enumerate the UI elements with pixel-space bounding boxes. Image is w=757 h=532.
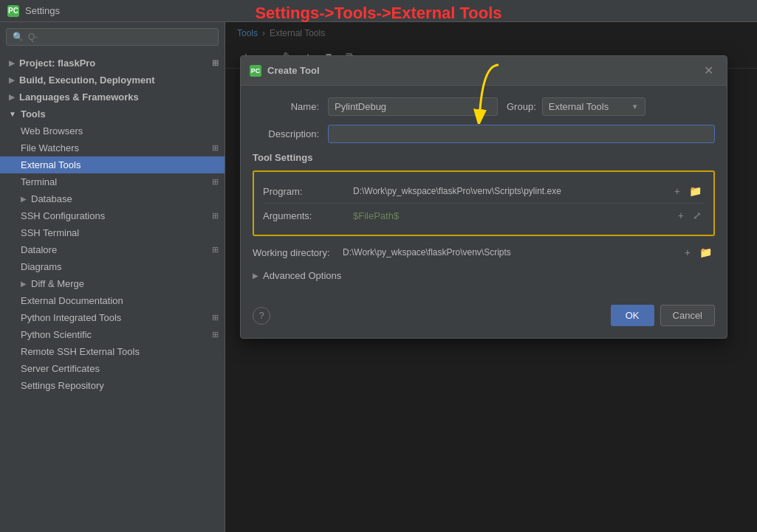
working-dir-value: D:\Work\py_wkspace\flaskPro\venv\Scripts (343, 247, 673, 258)
sidebar-tree: ▶ Project: flaskPro ⊞ ▶ Build, Execution… (0, 52, 225, 532)
arguments-add-button[interactable]: + (675, 208, 687, 223)
sidebar-item-file-watchers[interactable]: File Watchers ⊞ (0, 139, 225, 156)
program-label: Program: (263, 186, 344, 197)
chevron-down-icon: ▼ (9, 110, 16, 118)
content-area: Tools › External Tools + − ✎ ▲ ▼ ⧉ (225, 22, 757, 532)
arguments-row: Arguments: $FilePath$ + ⤢ (263, 204, 705, 227)
dialog-footer: ? OK Cancel (241, 296, 727, 338)
program-folder-button[interactable]: 📁 (686, 184, 705, 198)
dialog-close-button[interactable]: ✕ (699, 62, 718, 79)
sidebar-item-project-flaskpro[interactable]: ▶ Project: flaskPro ⊞ (0, 55, 225, 72)
sidebar-item-database[interactable]: ▶ Database (0, 190, 225, 207)
arguments-value: $FilePath$ (353, 210, 666, 221)
badge-icon: ⊞ (212, 177, 219, 187)
badge-icon: ⊞ (212, 245, 219, 255)
badge-icon: ⊞ (212, 313, 219, 322)
main-layout: 🔍 ▶ Project: flaskPro ⊞ ▶ Build, Executi… (0, 22, 757, 532)
name-group-row: Name: Group: External Tools ▼ (253, 97, 715, 116)
dialog-title-bar: PC Create Tool ✕ (241, 56, 727, 86)
search-box[interactable]: 🔍 (6, 28, 219, 46)
tool-settings-heading: Tool Settings (253, 152, 715, 163)
program-add-button[interactable]: + (671, 184, 683, 198)
sidebar: 🔍 ▶ Project: flaskPro ⊞ ▶ Build, Executi… (0, 22, 225, 532)
tool-settings-box: Program: D:\Work\py_wkspace\flaskPro\ven… (253, 170, 715, 236)
sidebar-item-external-tools[interactable]: External Tools (0, 156, 225, 173)
sidebar-item-build-execution[interactable]: ▶ Build, Execution, Deployment (0, 72, 225, 89)
cancel-button[interactable]: Cancel (660, 305, 715, 326)
sidebar-item-server-certificates[interactable]: Server Certificates (0, 360, 225, 377)
dialog-backdrop: PC Create Tool ✕ Name: Group: Ext (225, 22, 757, 532)
search-icon: 🔍 (13, 32, 24, 42)
sidebar-item-python-scientific[interactable]: Python Scientific ⊞ (0, 326, 225, 343)
description-input[interactable] (328, 125, 715, 143)
sidebar-item-datalore[interactable]: Datalore ⊞ (0, 241, 225, 258)
description-row: Description: (253, 125, 715, 143)
sidebar-item-diff-merge[interactable]: ▶ Diff & Merge (0, 275, 225, 292)
group-label: Group: (507, 101, 536, 112)
chevron-right-icon: ▶ (21, 280, 27, 288)
working-dir-add-button[interactable]: + (682, 245, 693, 260)
sidebar-item-python-integrated-tools[interactable]: Python Integrated Tools ⊞ (0, 309, 225, 326)
sidebar-item-tools[interactable]: ▼ Tools (0, 106, 225, 122)
help-button[interactable]: ? (253, 307, 270, 325)
program-row: Program: D:\Work\py_wkspace\flaskPro\ven… (263, 179, 705, 204)
search-input[interactable] (28, 32, 212, 42)
working-dir-folder-button[interactable]: 📁 (696, 245, 715, 260)
sidebar-item-terminal[interactable]: Terminal ⊞ (0, 173, 225, 190)
working-directory-row: Working directory: D:\Work\py_wkspace\fl… (253, 245, 715, 260)
name-input[interactable] (328, 97, 498, 116)
program-value: D:\Work\py_wkspace\flaskPro\venv\Scripts… (353, 186, 662, 196)
dialog-body: Name: Group: External Tools ▼ Descripti (241, 86, 727, 296)
chevron-right-icon: ▶ (253, 272, 258, 280)
sidebar-item-diagrams[interactable]: Diagrams (0, 258, 225, 275)
chevron-right-icon: ▶ (21, 195, 27, 203)
chevron-right-icon: ▶ (9, 59, 15, 67)
badge-icon: ⊞ (212, 211, 219, 221)
arguments-expand-button[interactable]: ⤢ (690, 208, 705, 223)
group-row: Group: External Tools ▼ (507, 97, 645, 116)
window-title: Settings (25, 5, 60, 16)
sidebar-item-settings-repository[interactable]: Settings Repository (0, 377, 225, 394)
sidebar-item-web-browsers[interactable]: Web Browsers (0, 122, 225, 139)
dialog-icon: PC (250, 65, 261, 77)
chevron-right-icon: ▶ (9, 93, 15, 101)
badge-icon: ⊞ (212, 58, 219, 68)
advanced-options-row[interactable]: ▶ Advanced Options (253, 267, 715, 284)
group-select-value: External Tools (549, 101, 628, 112)
create-tool-dialog: PC Create Tool ✕ Name: Group: Ext (240, 55, 727, 339)
working-dir-label: Working directory: (253, 247, 334, 258)
ok-button[interactable]: OK (611, 305, 654, 326)
app-icon: PC (7, 5, 19, 17)
dialog-title: Create Tool (267, 65, 320, 76)
sidebar-item-ssh-terminal[interactable]: SSH Terminal (0, 224, 225, 241)
badge-icon: ⊞ (212, 143, 219, 153)
group-select-dropdown[interactable]: External Tools ▼ (542, 97, 645, 116)
sidebar-item-languages-frameworks[interactable]: ▶ Languages & Frameworks (0, 89, 225, 106)
chevron-right-icon: ▶ (9, 76, 15, 84)
badge-icon: ⊞ (212, 330, 219, 339)
arguments-label: Arguments: (263, 210, 344, 221)
sidebar-item-external-documentation[interactable]: External Documentation (0, 292, 225, 309)
description-label: Description: (253, 128, 319, 139)
advanced-options-label: Advanced Options (263, 270, 341, 281)
sidebar-item-remote-ssh-external-tools[interactable]: Remote SSH External Tools (0, 343, 225, 360)
name-label: Name: (253, 101, 319, 112)
sidebar-item-ssh-configurations[interactable]: SSH Configurations ⊞ (0, 207, 225, 224)
chevron-down-icon: ▼ (631, 103, 639, 111)
title-bar: PC Settings (0, 0, 757, 22)
